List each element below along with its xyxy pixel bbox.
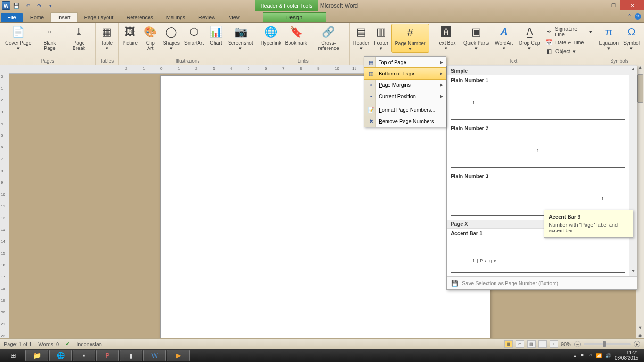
help-icon[interactable]: ?: [635, 13, 641, 20]
zoom-slider[interactable]: [584, 343, 631, 345]
tray-network-icon[interactable]: 📶: [596, 353, 602, 358]
tray-volume-icon[interactable]: 🔊: [605, 353, 611, 358]
vertical-ruler[interactable]: 012345678910111213141516171819202122: [0, 65, 9, 349]
symbol-button[interactable]: ΩSymbol▾: [621, 24, 642, 52]
date-time-button[interactable]: 📅Date & Time: [545, 38, 593, 47]
view-draft-button[interactable]: ▫: [550, 340, 558, 348]
tray-security-icon[interactable]: ⚐: [588, 353, 592, 358]
qat-customize-icon[interactable]: ▾: [45, 1, 56, 10]
tray-show-hidden-icon[interactable]: ▴: [574, 353, 576, 358]
word-app-icon[interactable]: W: [2, 1, 10, 10]
start-button[interactable]: ⊞: [2, 350, 25, 361]
smartart-button[interactable]: ⬡SmartArt: [182, 24, 206, 47]
menu-top-of-page[interactable]: ▤Top of Page▶: [364, 57, 446, 68]
gallery-item-plain1-label: Plain Number 1: [447, 75, 629, 85]
header-button[interactable]: ▤Header▾: [352, 24, 371, 52]
menu-bottom-of-page[interactable]: ▥Bottom of Page▶: [364, 67, 446, 80]
gallery-scrollbar[interactable]: ▲ ▼: [629, 66, 637, 276]
drop-cap-button[interactable]: A̲Drop Cap ▾: [515, 24, 544, 52]
tab-view[interactable]: View: [222, 13, 247, 22]
qat-undo-icon[interactable]: ↶: [23, 1, 33, 10]
table-button[interactable]: ▦Table▾: [98, 24, 116, 52]
taskbar-cmd[interactable]: ▮: [120, 350, 142, 361]
view-full-screen-button[interactable]: ▭: [516, 340, 524, 348]
tab-design[interactable]: Design: [263, 12, 326, 22]
tab-insert[interactable]: Insert: [50, 12, 78, 22]
gallery-item-plain2[interactable]: 1: [451, 134, 625, 168]
menu-current-position[interactable]: ▪Current Position▶: [364, 90, 446, 102]
picture-button[interactable]: 🖼Picture: [121, 24, 140, 47]
contextual-tools-header: Header & Footer Tools: [255, 0, 318, 11]
equation-button[interactable]: πEquation▾: [597, 24, 620, 52]
scroll-up-arrow-icon[interactable]: ▲: [636, 65, 644, 73]
ribbon-minimize-icon[interactable]: ⌃: [627, 13, 632, 20]
signature-line-button[interactable]: ✒Signature Line ▾: [545, 25, 593, 38]
footer-button[interactable]: ▥Footer▾: [372, 24, 390, 52]
cover-page-button[interactable]: 📄Cover Page ▾: [2, 24, 35, 52]
qat-save-icon[interactable]: 💾: [11, 1, 22, 10]
gallery-scroll-up-icon[interactable]: ▲: [629, 66, 637, 74]
gallery-scroll-down-icon[interactable]: ▼: [629, 269, 637, 276]
group-symbols: πEquation▾ ΩSymbol▾ Symbols: [595, 23, 644, 65]
symbol-icon: Ω: [624, 25, 639, 40]
view-print-layout-button[interactable]: ▦: [504, 340, 513, 348]
clipart-button[interactable]: 🎨Clip Art: [140, 24, 160, 52]
menu-remove-page-numbers[interactable]: ✖Remove Page Numbers: [364, 115, 446, 127]
status-page[interactable]: Page: 1 of 1: [4, 341, 32, 347]
taskbar-explorer[interactable]: 📁: [25, 350, 48, 361]
scrollbar-thumb[interactable]: [637, 74, 643, 103]
page-number-menu: ▤Top of Page▶ ▥Bottom of Page▶ ▫Page Mar…: [364, 56, 446, 127]
status-language[interactable]: Indonesian: [76, 341, 102, 347]
quick-parts-button[interactable]: ▣Quick Parts ▾: [460, 24, 493, 52]
view-web-layout-button[interactable]: ▤: [527, 340, 536, 348]
tray-action-center-icon[interactable]: ⚑: [580, 353, 584, 358]
tab-home[interactable]: Home: [24, 13, 50, 22]
tab-review[interactable]: Review: [192, 13, 222, 22]
tab-mailings[interactable]: Mailings: [160, 13, 192, 22]
menu-page-margins[interactable]: ▫Page Margins▶: [364, 79, 446, 90]
status-words[interactable]: Words: 0: [38, 341, 59, 347]
gallery-item-plain1[interactable]: 1: [451, 86, 625, 120]
view-outline-button[interactable]: ≣: [538, 340, 547, 348]
taskbar-clock[interactable]: 11:21 08/08/2015: [615, 350, 638, 361]
status-bar: Page: 1 of 1 Words: 0 ✔ Indonesian ▦ ▭ ▤…: [0, 338, 644, 349]
taskbar-word[interactable]: W: [143, 350, 166, 361]
zoom-in-button[interactable]: +: [634, 341, 640, 347]
proofing-icon[interactable]: ✔: [66, 341, 70, 347]
screenshot-button[interactable]: 📷Screenshot▾: [226, 24, 255, 52]
wordart-button[interactable]: AWordArt▾: [494, 24, 515, 52]
text-box-button[interactable]: 🅰Text Box ▾: [433, 24, 459, 52]
menu-format-page-numbers[interactable]: 📝Format Page Numbers...: [364, 104, 446, 115]
page-number-button[interactable]: #Page Number ▾: [391, 24, 429, 53]
gallery-item-accent1[interactable]: 1 | P a g e: [451, 239, 625, 273]
shapes-button[interactable]: ◯Shapes▾: [161, 24, 182, 52]
zoom-slider-knob[interactable]: [603, 341, 606, 347]
cross-reference-button[interactable]: 🔗Cross-reference: [310, 24, 347, 52]
tab-file[interactable]: File: [1, 13, 23, 22]
minimize-button[interactable]: —: [592, 0, 606, 10]
restore-button[interactable]: ❐: [606, 0, 620, 10]
taskbar-sublime[interactable]: ▪: [73, 350, 95, 361]
zoom-out-button[interactable]: −: [574, 341, 581, 347]
page-number-icon: #: [403, 25, 418, 40]
object-button[interactable]: ◧Object ▾: [545, 47, 593, 56]
group-pages-label: Pages: [2, 58, 93, 65]
submenu-arrow-icon: ▶: [440, 71, 443, 76]
taskbar-powerpoint[interactable]: P: [96, 350, 119, 361]
taskbar-media-player[interactable]: ▶: [167, 350, 190, 361]
chart-button[interactable]: 📊Chart: [206, 24, 225, 47]
tab-references[interactable]: References: [120, 13, 159, 22]
close-button[interactable]: ✕: [620, 0, 644, 10]
blank-page-button[interactable]: ▫Blank Page: [36, 24, 64, 52]
zoom-level[interactable]: 90%: [561, 341, 571, 347]
bookmark-button[interactable]: 🔖Bookmark: [283, 24, 308, 47]
header-icon: ▤: [354, 25, 369, 40]
title-bar: W 💾 ↶ ↷ ▾ Document1 - Microsoft Word Hea…: [0, 0, 644, 11]
hyperlink-button[interactable]: 🌐Hyperlink: [259, 24, 283, 47]
qat-redo-icon[interactable]: ↷: [34, 1, 44, 10]
tab-page-layout[interactable]: Page Layout: [78, 13, 120, 22]
picture-icon: 🖼: [123, 25, 138, 40]
taskbar-chrome[interactable]: 🌐: [49, 350, 72, 361]
page-break-button[interactable]: ⤓Page Break: [65, 24, 93, 52]
scroll-down-arrow-icon[interactable]: ▼: [636, 325, 644, 333]
